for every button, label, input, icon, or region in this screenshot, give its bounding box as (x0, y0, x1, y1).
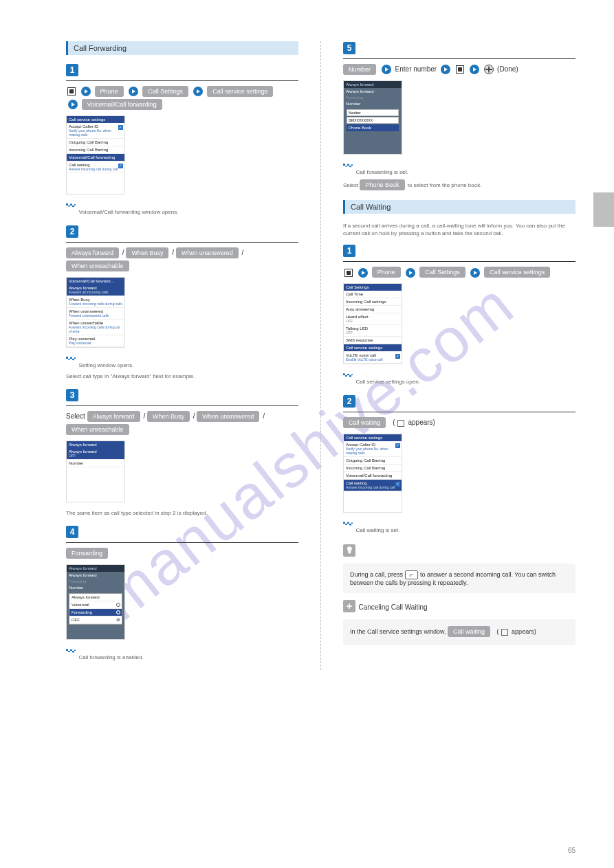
text: (Done) (497, 65, 518, 73)
pill: When unanswered (197, 411, 259, 422)
step-2: 2 Always forward / When Busy / When unan… (66, 225, 298, 380)
pill: Call Settings (142, 86, 188, 97)
arrow-icon (68, 100, 78, 109)
pill: Call service settings (484, 267, 550, 278)
pill: Call waiting (343, 417, 386, 428)
flag-icon (343, 162, 353, 171)
pill: When unreachable (66, 424, 129, 435)
pill: Phone (95, 86, 124, 97)
checkbox-icon (501, 629, 508, 636)
arrow-icon (441, 65, 450, 74)
step-4: 4 Forwarding Always forward Always forwa… (66, 525, 298, 662)
screenshot-number-entry: Always forward Always forward Forwarding… (343, 80, 402, 155)
plus-icon: + (343, 600, 355, 612)
call-key-icon: ⌐ (405, 570, 419, 579)
pill: Phone Book (360, 179, 404, 190)
step-number: 4 (66, 526, 78, 538)
pill: Forwarding (66, 548, 108, 559)
flag-icon (343, 371, 353, 381)
result-text: Setting window opens. (78, 362, 133, 368)
pill: Always forward (87, 411, 140, 422)
bulb-icon (343, 544, 355, 557)
pill: Call service settings (207, 86, 273, 97)
section-title: Call Forwarding (66, 41, 298, 55)
step-number: 3 (66, 389, 78, 401)
step-number: 2 (343, 395, 355, 408)
screenshot-call-service-waiting: Call service settings Accept Caller IDNo… (343, 434, 402, 513)
right-column: 5 Number Enter number (Done) Always forw… (321, 41, 592, 670)
result-text: Voicemail/Call forwarding window opens. (78, 209, 178, 215)
pill: Always forward (66, 247, 119, 258)
pill: When unreachable (66, 260, 129, 271)
plus-section: + Canceling Call Waiting In the Call ser… (343, 600, 575, 645)
globe-icon (484, 65, 494, 74)
result-text: Call forwarding is set. (355, 169, 408, 175)
arrow-icon (193, 87, 203, 96)
center-key-icon (344, 269, 353, 277)
pill: When Busy (147, 411, 190, 422)
arrow-icon (358, 268, 368, 278)
page-content: Call Forwarding 1 Phone Call Settings Ca… (0, 0, 614, 698)
flag-icon (66, 201, 76, 211)
page-number: 65 (568, 847, 575, 854)
tip-box: During a call, press ⌐ to answer a secon… (343, 564, 575, 593)
step-1: 1 Phone Call Settings Call service setti… (66, 63, 298, 216)
pill: When Busy (126, 247, 168, 258)
footnote: The same item as call type selected in s… (66, 509, 298, 517)
pill: Phone (372, 267, 401, 278)
flag-icon (66, 647, 76, 656)
arrow-icon (470, 268, 480, 278)
plus-box: In the Call service settings window, Cal… (343, 619, 575, 645)
result-text: Call forwarding is enabled. (78, 654, 143, 660)
step-number: 2 (66, 225, 78, 238)
center-key-icon (456, 65, 464, 74)
tip-section: During a call, press ⌐ to answer a secon… (343, 543, 575, 593)
pill: Number (343, 64, 376, 75)
pill: Call Settings (419, 267, 465, 278)
text: Select (66, 412, 87, 420)
arrow-icon (406, 268, 415, 278)
flag-icon (343, 520, 353, 529)
pill: Voicemail/Call forwarding (82, 99, 162, 110)
checkbox-icon (397, 420, 404, 427)
step-3: 3 Select Always forward / When Busy / Wh… (66, 388, 298, 517)
step-number: 5 (343, 42, 355, 54)
screenshot-voicemail-forwarding: Voicemail/Call forwardi… Always forwardF… (66, 277, 125, 348)
section-sub: If a second call arrives during a call, … (343, 222, 575, 237)
text: / (263, 412, 265, 420)
plus-title: Canceling Call Waiting (358, 603, 427, 611)
screenshot-call-settings: Call Settings Call Time Incoming Call se… (343, 283, 402, 364)
step-number: 1 (66, 64, 78, 76)
pill: When unanswered (176, 247, 239, 258)
screenshot-always-forward: Always forward Always forwardOFF Number (66, 441, 125, 502)
text: / (242, 249, 244, 256)
arrow-icon (81, 87, 91, 96)
step-number: 1 (343, 245, 355, 257)
result-text: Call service settings open. (355, 379, 419, 385)
flag-icon (66, 355, 76, 364)
center-key-icon (67, 87, 76, 96)
left-column: Call Forwarding 1 Phone Call Settings Ca… (22, 41, 321, 670)
footnote: Select Phone Book to select from the pho… (343, 179, 575, 192)
step-2b: 2 Call waiting ( appears) Call service s… (343, 394, 575, 535)
pill: Call waiting (448, 626, 490, 637)
step-1b: 1 Phone Call Settings Call service setti… (343, 244, 575, 386)
arrow-icon (382, 65, 391, 74)
screenshot-call-service-settings: Call service settings Accept Caller IDNo… (66, 115, 125, 194)
arrow-icon (129, 87, 138, 96)
arrow-icon (470, 65, 479, 74)
screenshot-forwarding-select: Always forward Always forward Forwarding… (66, 564, 125, 640)
section-title-call-waiting: Call Waiting (343, 200, 575, 214)
text: Enter number (395, 65, 439, 73)
text: / (172, 249, 176, 256)
step-5: 5 Number Enter number (Done) Always forw… (343, 41, 575, 192)
result-text: Call waiting is set. (355, 527, 399, 533)
footnote: Select call type in "Always forward" fie… (66, 372, 298, 380)
